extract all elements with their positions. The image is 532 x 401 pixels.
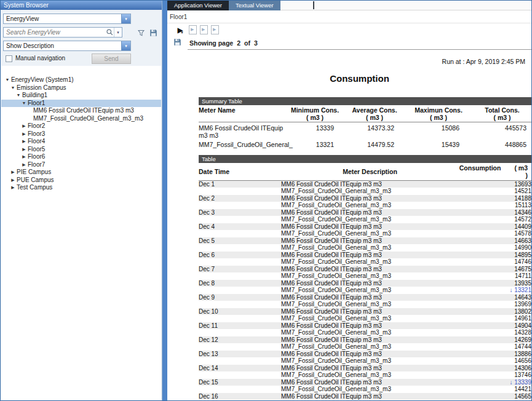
tree-item[interactable]: ▼Emission Campus (1, 84, 161, 92)
filter-button[interactable] (136, 28, 146, 38)
tree-item[interactable]: ▶Floor2 (1, 122, 161, 130)
detail-value-cell: ↓ 13321 (459, 287, 531, 294)
detail-row: Dec 1MM6 Fossil CrudeOil ITEquip m3 m313… (199, 181, 531, 188)
detail-meter-cell: MM7_Fossil_CrudeOil_General_m3_m3 (281, 287, 459, 294)
tree-item[interactable]: ▶PIE Campus (1, 169, 161, 177)
tree-item[interactable]: MM6 Fossil CrudeOil ITEquip m3 m3 (1, 107, 161, 115)
tab-application-viewer[interactable]: Application Viewer (167, 1, 229, 10)
tree-collapsed-icon[interactable]: ▶ (21, 122, 27, 130)
tree-item[interactable]: ▶PUE Campus (1, 177, 161, 185)
detail-value-cell: 14904 (459, 322, 531, 330)
tree-item[interactable]: ▶Floor3 (1, 130, 161, 138)
tree-item[interactable]: ▶Test Campus (1, 184, 161, 192)
detail-value-cell: 14744 (459, 343, 531, 351)
detail-meter-cell: MM7_Fossil_CrudeOil_General_m3_m3 (281, 230, 459, 237)
detail-date-cell: Dec 3 (199, 209, 281, 216)
tree-collapsed-icon[interactable]: ▶ (10, 177, 16, 185)
tree-item-label: Floor5 (27, 146, 45, 154)
tree-item-label: Floor3 (27, 130, 45, 138)
summary-section-title: Summary Table (199, 97, 531, 105)
detail-row: Dec 11MM6 Fossil CrudeOil ITEquip m3 m31… (199, 322, 531, 330)
detail-meter-cell: MM7_Fossil_CrudeOil_General_m3_m3 (281, 202, 459, 209)
report-page-icon-3[interactable] (211, 25, 219, 34)
detail-value-cell: 13693 (459, 181, 531, 188)
save-report-button[interactable] (172, 37, 182, 47)
report-page-icon-1[interactable] (189, 25, 197, 34)
detail-value-cell: 15113 (459, 202, 531, 209)
view-selector-dropdown[interactable]: EnergyView ▼ (3, 14, 131, 24)
tree-item[interactable]: ▼EnergyView (System1) (1, 76, 161, 84)
application-window: System Browser EnergyView ▼ ▼ Show Descr… (0, 0, 532, 401)
send-button[interactable]: Send (92, 54, 131, 64)
detail-date-cell (199, 301, 281, 308)
report-page-icon-2[interactable] (200, 25, 208, 34)
description-mode-dropdown[interactable]: Show Description ▼ (3, 41, 131, 51)
chevron-down-icon[interactable]: ▼ (121, 41, 130, 50)
detail-meter-cell: MM7_Fossil_CrudeOil_General_m3_m3 (281, 188, 459, 195)
tree-expanded-icon[interactable]: ▼ (21, 100, 27, 108)
tree-collapsed-icon[interactable]: ▶ (10, 169, 16, 177)
panel-splitter[interactable] (162, 1, 167, 400)
tab-textual-viewer[interactable]: Textual Viewer (229, 1, 280, 10)
detail-date-cell: Dec 10 (199, 308, 281, 316)
summary-value: 448865 (473, 139, 531, 148)
tree-item[interactable]: ▶Floor6 (1, 153, 161, 161)
chevron-down-icon[interactable]: ▼ (121, 14, 130, 23)
search-input[interactable] (4, 29, 106, 36)
detail-value-cell: 14521 (459, 188, 531, 195)
tree-item[interactable]: ▼Building1 (1, 92, 161, 100)
detail-meter-cell: MM6 Fossil CrudeOil ITEquip m3 m3 (281, 294, 459, 301)
detail-date-cell: Dec 2 (199, 195, 281, 202)
tree-collapsed-icon[interactable]: ▶ (21, 146, 27, 154)
tree-expanded-icon[interactable]: ▼ (15, 92, 22, 100)
paging-of: of (244, 39, 250, 47)
tree-collapsed-icon[interactable]: ▶ (21, 138, 27, 146)
detail-row: MM7_Fossil_CrudeOil_General_m3_m314961 (199, 315, 531, 322)
detail-row: Dec 7MM6 Fossil CrudeOil ITEquip m3 m314… (199, 266, 531, 273)
summary-column-header: Average Cons.( m3 ) (345, 105, 404, 122)
tree-collapsed-icon[interactable]: ▶ (10, 184, 16, 192)
detail-meter-cell: MM7_Fossil_CrudeOil_General_m3_m3 (281, 272, 459, 280)
detail-meter-cell: MM6 Fossil CrudeOil ITEquip m3 m3 (281, 393, 459, 400)
detail-date-cell (199, 258, 281, 266)
run-report-button[interactable]: ▶ ▼ (173, 25, 187, 36)
detail-date-cell (199, 272, 281, 280)
detail-meter-cell: MM7_Fossil_CrudeOil_General_m3_m3 (281, 386, 459, 393)
detail-date-cell: Dec 16 (199, 393, 281, 400)
tree-collapsed-icon[interactable]: ▶ (21, 153, 27, 161)
detail-row: MM7_Fossil_CrudeOil_General_m3_m314746 (199, 258, 531, 266)
detail-row: MM7_Fossil_CrudeOil_General_m3_m314578 (199, 230, 531, 237)
summary-meter-name: MM7_Fossil_CrudeOil_General_ (199, 139, 285, 148)
detail-column-meter: Meter Description (281, 163, 459, 181)
tree-collapsed-icon[interactable]: ▶ (21, 161, 27, 169)
detail-meter-cell: MM7_Fossil_CrudeOil_General_m3_m3 (281, 244, 459, 252)
tree-item[interactable]: ▶Floor5 (1, 146, 161, 154)
search-options-chevron-icon[interactable]: ▼ (114, 28, 122, 37)
save-search-button[interactable] (148, 28, 158, 38)
system-tree: ▼EnergyView (System1)▼Emission Campus▼Bu… (1, 66, 161, 400)
tree-expanded-icon[interactable]: ▼ (10, 84, 16, 92)
detail-date-cell (199, 244, 281, 252)
detail-row: Dec 9MM6 Fossil CrudeOil ITEquip m3 m314… (199, 294, 531, 301)
tree-item-label: Floor1 (27, 100, 45, 108)
tree-expanded-icon[interactable]: ▼ (4, 76, 10, 84)
detail-row: MM7_Fossil_CrudeOil_General_m3_m314521 (199, 188, 531, 195)
summary-value: 14373.32 (345, 122, 404, 140)
detail-row: Dec 4MM6 Fossil CrudeOil ITEquip m3 m314… (199, 223, 531, 231)
tree-item[interactable]: ▶Floor7 (1, 161, 161, 169)
min-value: 13321 (514, 287, 531, 293)
detail-column-consumption: Consumption( m3 ) (459, 163, 531, 181)
tree-item[interactable]: ▼Floor1 (1, 100, 161, 108)
tree-item-label: PIE Campus (16, 169, 51, 177)
detail-meter-cell: MM7_Fossil_CrudeOil_General_m3_m3 (281, 343, 459, 351)
system-browser-title: System Browser (1, 1, 162, 10)
tab-separator (313, 1, 314, 9)
tree-item[interactable]: ▶Floor4 (1, 138, 161, 146)
detail-meter-cell: MM7_Fossil_CrudeOil_General_m3_m3 (281, 258, 459, 266)
detail-date-cell: Dec 9 (199, 294, 281, 301)
detail-date-cell: Dec 6 (199, 252, 281, 259)
tree-collapsed-icon[interactable]: ▶ (21, 130, 27, 138)
detail-row: Dec 16MM6 Fossil CrudeOil ITEquip m3 m31… (199, 393, 531, 400)
tree-item[interactable]: MM7_Fossil_CrudeOil_General_m3_m3 (1, 115, 161, 123)
manual-navigation-checkbox[interactable] (6, 55, 12, 62)
